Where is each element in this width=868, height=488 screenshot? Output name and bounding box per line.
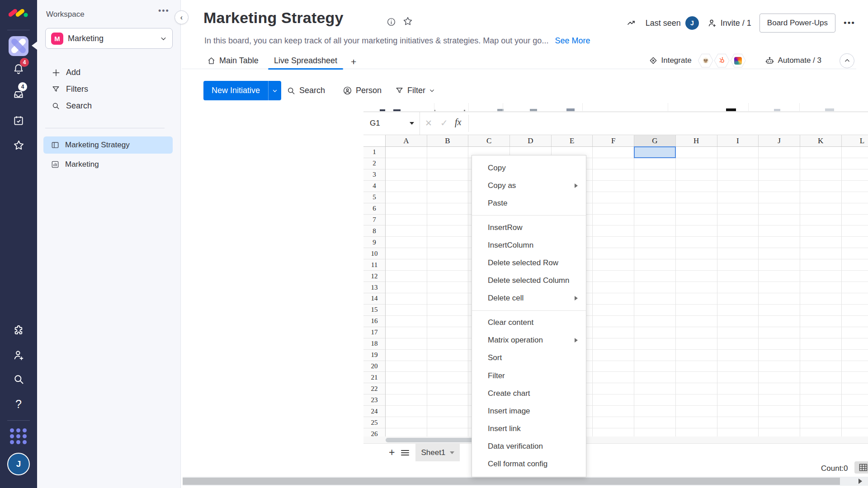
menu-item-sort[interactable]: Sort: [472, 349, 586, 367]
help-question-icon[interactable]: ?: [0, 398, 37, 411]
menu-item-delete-selected-column[interactable]: Delete selected Column: [472, 272, 586, 290]
sidebar-item-marketing[interactable]: Marketing: [43, 156, 173, 173]
collapse-header-button[interactable]: [840, 53, 854, 68]
new-initiative-dropdown[interactable]: [268, 81, 281, 100]
row-header-9[interactable]: 9: [363, 237, 385, 248]
menu-item-paste[interactable]: Paste: [472, 194, 586, 212]
column-header-J[interactable]: J: [759, 135, 800, 146]
row-header-13[interactable]: 13: [363, 282, 385, 293]
row-header-3[interactable]: 3: [363, 169, 385, 181]
row-header-14[interactable]: 14: [363, 293, 385, 305]
see-more-link[interactable]: See More: [555, 36, 590, 46]
board-search-button[interactable]: Search: [287, 81, 325, 100]
integration-app-icons[interactable]: [698, 54, 746, 68]
row-header-16[interactable]: 16: [363, 316, 385, 327]
cancel-entry-icon[interactable]: ✕: [425, 118, 432, 128]
sheet-tab[interactable]: Sheet1: [415, 444, 460, 462]
menu-item-delete-cell[interactable]: Delete cell: [472, 290, 586, 307]
user-avatar[interactable]: J: [0, 453, 37, 475]
column-header-E[interactable]: E: [552, 135, 593, 146]
scroll-right-arrow[interactable]: [859, 479, 862, 484]
sidebar-item-search[interactable]: Search: [43, 98, 173, 114]
workspace-options-dots-icon[interactable]: •••: [158, 6, 170, 16]
row-header-25[interactable]: 25: [363, 417, 385, 428]
column-header-H[interactable]: H: [676, 135, 717, 146]
new-initiative-label[interactable]: New Initiative: [203, 81, 268, 100]
row-header-17[interactable]: 17: [363, 327, 385, 338]
notifications-bell-icon[interactable]: 4: [0, 63, 37, 75]
monday-logo-icon[interactable]: [0, 6, 37, 20]
row-header-11[interactable]: 11: [363, 259, 385, 271]
row-header-12[interactable]: 12: [363, 271, 385, 282]
board-power-ups-button[interactable]: Board Power-Ups: [760, 14, 835, 33]
name-box-dropdown-icon[interactable]: [410, 122, 414, 125]
inbox-tray-icon[interactable]: 4: [0, 89, 37, 100]
fx-function-icon[interactable]: fx: [455, 117, 461, 127]
my-work-calendar-icon[interactable]: [0, 115, 37, 127]
collapse-sidebar-button[interactable]: ‹: [175, 10, 189, 24]
sheet-list-button[interactable]: [401, 450, 409, 456]
sheet-horizontal-scrollbar[interactable]: [363, 436, 868, 443]
menu-item-copy[interactable]: Copy: [472, 159, 586, 177]
menu-item-insertcolumn[interactable]: InsertColumn: [472, 236, 586, 254]
menu-item-insert-link[interactable]: Insert link: [472, 420, 586, 437]
row-header-23[interactable]: 23: [363, 394, 385, 406]
row-header-4[interactable]: 4: [363, 181, 385, 192]
sidebar-item-add[interactable]: Add: [43, 64, 173, 81]
select-all-corner[interactable]: [363, 135, 386, 147]
menu-item-filter[interactable]: Filter: [472, 367, 586, 385]
tab-main-table[interactable]: Main Table: [207, 52, 259, 69]
row-header-21[interactable]: 21: [363, 372, 385, 383]
row-header-1[interactable]: 1: [363, 147, 385, 158]
row-header-19[interactable]: 19: [363, 350, 385, 361]
spreadsheet-grid[interactable]: [386, 147, 868, 440]
global-search-icon[interactable]: [0, 373, 37, 385]
row-header-7[interactable]: 7: [363, 215, 385, 226]
sidebar-item-marketing-strategy[interactable]: Marketing Strategy: [43, 136, 173, 154]
column-header-G[interactable]: G: [634, 135, 676, 146]
selected-cell[interactable]: [634, 146, 676, 158]
menu-item-cell-format-config[interactable]: Cell format config: [472, 455, 586, 473]
filter-button[interactable]: Filter: [395, 81, 435, 100]
workspace-selector[interactable]: M Marketing: [45, 28, 173, 49]
sidebar-item-filters[interactable]: Filters: [43, 81, 173, 98]
column-headers[interactable]: ABCDEFGHIJKLMNOP: [386, 135, 868, 147]
menu-item-insert-image[interactable]: Insert image: [472, 402, 586, 420]
row-header-5[interactable]: 5: [363, 192, 385, 203]
column-header-D[interactable]: D: [510, 135, 552, 146]
column-header-C[interactable]: C: [468, 135, 510, 146]
menu-item-matrix-operation[interactable]: Matrix operation: [472, 332, 586, 349]
invite-button[interactable]: Invite / 1: [707, 18, 751, 28]
menu-item-create-chart[interactable]: Create chart: [472, 385, 586, 402]
last-seen[interactable]: Last seen J: [646, 16, 699, 30]
invite-members-icon[interactable]: [0, 349, 37, 361]
column-header-B[interactable]: B: [427, 135, 469, 146]
row-header-24[interactable]: 24: [363, 406, 385, 417]
menu-item-delete-selected-row[interactable]: Delete selected Row: [472, 254, 586, 272]
normal-view-button[interactable]: [854, 461, 868, 474]
row-header-10[interactable]: 10: [363, 248, 385, 259]
product-switcher-grid-icon[interactable]: [0, 428, 37, 444]
scrollbar-thumb[interactable]: [183, 478, 840, 485]
column-header-K[interactable]: K: [800, 135, 842, 146]
row-header-18[interactable]: 18: [363, 338, 385, 350]
tab-live-spreadsheet[interactable]: Live Spreadsheet: [268, 52, 343, 69]
add-view-button[interactable]: +: [351, 54, 356, 70]
row-header-8[interactable]: 8: [363, 225, 385, 237]
formula-input[interactable]: [475, 112, 868, 135]
confirm-entry-icon[interactable]: ✓: [440, 117, 448, 128]
row-header-15[interactable]: 15: [363, 305, 385, 316]
menu-item-copy-as[interactable]: Copy as: [472, 177, 586, 194]
new-initiative-button[interactable]: New Initiative: [203, 81, 281, 100]
board-options-dots-icon[interactable]: •••: [844, 18, 855, 28]
activity-trend-icon[interactable]: [627, 18, 637, 28]
row-header-22[interactable]: 22: [363, 383, 385, 394]
filter-by-person-button[interactable]: Person: [343, 81, 382, 100]
page-horizontal-scrollbar[interactable]: [183, 477, 868, 486]
column-header-F[interactable]: F: [593, 135, 634, 146]
favorites-star-icon[interactable]: [0, 139, 37, 151]
sheet-tab-dropdown-icon[interactable]: [450, 451, 454, 454]
menu-item-clear-content[interactable]: Clear content: [472, 314, 586, 332]
integrate-button[interactable]: Integrate: [649, 56, 692, 65]
row-header-6[interactable]: 6: [363, 203, 385, 215]
